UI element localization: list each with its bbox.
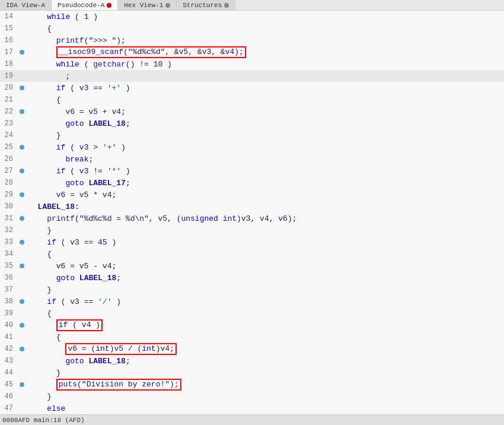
tab-ida-view-label: IDA View-A (6, 2, 45, 9)
tab-structures-label: Structures (183, 2, 222, 9)
line-number-18: 18 (0, 60, 18, 68)
code-line-14: 14 while ( 1 ) (0, 11, 504, 23)
bp-dot-33[interactable] (18, 240, 26, 245)
code-content-33: if ( v3 == 45 ) (26, 238, 116, 247)
box-highlight-17: __isoc99_scanf("%d%c%d", &v5, &v3, &v4); (56, 46, 246, 58)
bp-dot-40[interactable] (18, 323, 26, 328)
code-content-38: if ( v3 == '/' ) (26, 297, 121, 306)
breakpoint-indicator (20, 382, 24, 387)
breakpoint-indicator (20, 299, 24, 304)
code-line-43: 43 goto LABEL_18; (0, 355, 504, 367)
bp-dot-20[interactable] (18, 85, 26, 90)
code-content-30: LABEL_18: (26, 202, 79, 211)
code-lines-wrapper: 14 while ( 1 )15 {16 printf(">>> ");17 _… (0, 11, 504, 414)
bp-dot-27[interactable] (18, 169, 26, 173)
tab-pseudocode[interactable]: Pseudocode-A (52, 0, 118, 10)
code-content-15: { (26, 24, 52, 33)
line-number-43: 43 (0, 357, 18, 365)
code-content-24: } (26, 131, 61, 140)
line-number-17: 17 (0, 48, 18, 56)
line-number-46: 46 (0, 392, 18, 401)
code-line-18: 18 while ( getchar() != 10 ) (0, 58, 504, 70)
breakpoint-indicator (20, 192, 24, 197)
code-content-17: __isoc99_scanf("%d%c%d", &v5, &v3, &v4); (26, 46, 246, 58)
breakpoint-indicator (20, 216, 24, 221)
code-line-29: 29 v6 = v5 * v4; (0, 189, 504, 201)
bp-dot-42[interactable] (18, 347, 26, 351)
line-number-47: 47 (0, 404, 18, 413)
bp-dot-22[interactable] (18, 109, 26, 114)
line-number-32: 32 (0, 226, 18, 234)
bp-dot-29[interactable] (18, 192, 26, 197)
code-line-23: 23 goto LABEL_18; (0, 118, 504, 129)
code-line-45: 45 puts("Division by zero!"); (0, 379, 504, 391)
line-number-35: 35 (0, 262, 18, 270)
code-content-23: goto LABEL_18; (26, 119, 130, 128)
line-number-28: 28 (0, 179, 18, 187)
code-content-21: { (26, 96, 61, 104)
bp-dot-31[interactable] (18, 216, 26, 221)
line-number-37: 37 (0, 286, 18, 294)
code-line-31: 31 printf("%d%c%d = %d\n", v5, (unsigned… (0, 213, 504, 224)
code-line-41: 41 { (0, 331, 504, 343)
code-line-19: 19 ; (0, 70, 504, 82)
breakpoint-indicator (20, 347, 24, 351)
line-number-29: 29 (0, 191, 18, 199)
line-number-34: 34 (0, 250, 18, 258)
tab-bar: IDA View-A Pseudocode-A Hex View-1 Struc… (0, 0, 504, 11)
breakpoint-indicator (20, 50, 24, 55)
bp-dot-25[interactable] (18, 145, 26, 150)
breakpoint-indicator (20, 145, 24, 150)
line-number-39: 39 (0, 309, 18, 318)
line-number-26: 26 (0, 155, 18, 163)
code-content-26: break; (26, 155, 93, 164)
code-content-28: goto LABEL_17; (26, 179, 130, 188)
code-content-31: printf("%d%c%d = %d\n", v5, (unsigned in… (26, 214, 297, 223)
tab-pseudocode-badge (107, 3, 111, 8)
code-line-21: 21 { (0, 94, 504, 106)
tab-structures[interactable]: Structures (177, 0, 235, 10)
code-line-35: 35 v6 = v5 - v4; (0, 260, 504, 272)
line-number-33: 33 (0, 238, 18, 246)
code-line-16: 16 printf(">>> "); (0, 34, 504, 46)
line-number-44: 44 (0, 369, 18, 377)
line-number-21: 21 (0, 96, 18, 104)
line-number-27: 27 (0, 167, 18, 175)
code-line-42: 42 v6 = (int)v5 / (int)v4; (0, 343, 504, 355)
line-number-41: 41 (0, 333, 18, 341)
code-content-35: v6 = v5 - v4; (26, 262, 116, 271)
code-line-20: 20 if ( v3 == '+' ) (0, 82, 504, 94)
breakpoint-indicator (20, 264, 24, 268)
box-highlight-45: puts("Division by zero!"); (56, 379, 181, 391)
code-line-34: 34 { (0, 248, 504, 260)
tab-structures-badge (224, 3, 229, 8)
line-number-38: 38 (0, 297, 18, 306)
breakpoint-indicator (20, 240, 24, 245)
code-content-29: v6 = v5 * v4; (26, 191, 116, 199)
status-bar: 0000AFD main:19 (AFD) (0, 414, 504, 425)
code-content-44: } (26, 369, 61, 378)
tab-hex-view[interactable]: Hex View-1 (118, 0, 177, 10)
line-number-15: 15 (0, 24, 18, 33)
bp-dot-45[interactable] (18, 382, 26, 387)
line-number-24: 24 (0, 131, 18, 139)
tab-ida-view[interactable]: IDA View-A (0, 0, 52, 10)
line-number-16: 16 (0, 36, 18, 45)
code-content-47: else (26, 404, 65, 413)
bp-dot-17[interactable] (18, 50, 26, 55)
code-content-19: ; (26, 72, 70, 81)
code-line-22: 22 v6 = v5 + v4; (0, 106, 504, 118)
line-number-23: 23 (0, 119, 18, 128)
line-number-20: 20 (0, 84, 18, 92)
code-content-41: { (26, 333, 61, 342)
code-line-38: 38 if ( v3 == '/' ) (0, 296, 504, 307)
code-line-44: 44 } (0, 367, 504, 379)
code-content-16: printf(">>> "); (26, 36, 126, 45)
code-line-30: 30 LABEL_18: (0, 201, 504, 213)
breakpoint-indicator (20, 169, 24, 173)
bp-dot-35[interactable] (18, 264, 26, 268)
code-line-24: 24 } (0, 129, 504, 141)
line-number-31: 31 (0, 214, 18, 223)
box-highlight-40: if ( v4 ) (56, 319, 103, 331)
bp-dot-38[interactable] (18, 299, 26, 304)
